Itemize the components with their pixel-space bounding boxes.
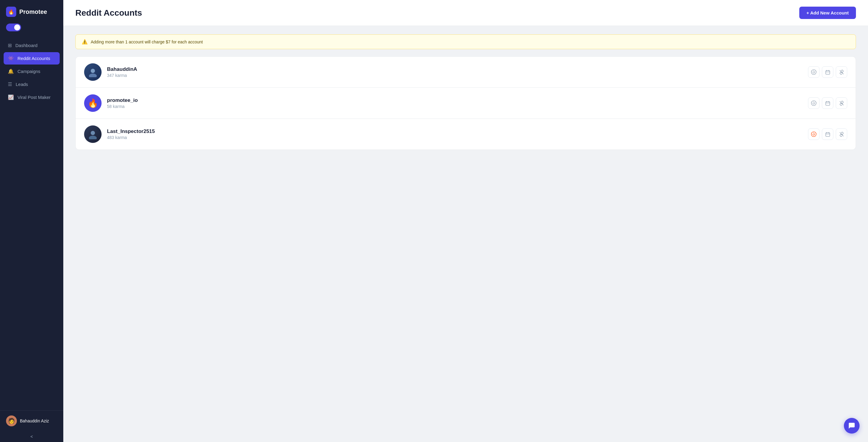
account-name: Last_Inspector2515 bbox=[107, 128, 803, 135]
svg-rect-6 bbox=[826, 70, 830, 74]
sidebar-item-viral-post-maker[interactable]: 📈 Viral Post Maker bbox=[4, 91, 60, 104]
account-avatar bbox=[84, 63, 101, 81]
user-name: Bahauddin Aziz bbox=[20, 418, 49, 423]
account-karma: 483 karma bbox=[107, 135, 803, 140]
campaigns-icon: 🔔 bbox=[8, 68, 14, 74]
table-row: BahauddinA 347 karma bbox=[76, 57, 856, 88]
main-header: Reddit Accounts + Add New Account bbox=[63, 0, 868, 26]
table-row: 🔥 promotee_io 58 karma bbox=[76, 88, 856, 119]
account-name: BahauddinA bbox=[107, 66, 803, 72]
svg-line-30 bbox=[840, 132, 843, 136]
account-actions bbox=[808, 128, 847, 140]
svg-point-21 bbox=[89, 136, 97, 139]
account-avatar bbox=[84, 125, 101, 143]
sidebar-logo: 🔥 Promotee bbox=[0, 0, 63, 22]
viral-post-icon: 📈 bbox=[8, 94, 14, 100]
warning-icon: ⚠️ bbox=[82, 39, 88, 45]
calendar-button[interactable] bbox=[822, 66, 833, 78]
svg-point-11 bbox=[811, 101, 816, 106]
toggle-wrap bbox=[0, 22, 63, 37]
chat-fab-button[interactable] bbox=[844, 418, 860, 434]
account-karma: 58 karma bbox=[107, 104, 803, 109]
unlink-button[interactable] bbox=[836, 66, 847, 78]
svg-rect-15 bbox=[826, 101, 830, 105]
sidebar-collapse-button[interactable]: < bbox=[0, 431, 63, 442]
reddit-link-button[interactable] bbox=[808, 97, 819, 109]
info-banner-message: Adding more than 1 account will charge $… bbox=[91, 39, 203, 44]
account-avatar: 🔥 bbox=[84, 94, 101, 112]
svg-point-12 bbox=[812, 103, 813, 104]
svg-line-10 bbox=[840, 70, 843, 74]
sidebar-item-label: Dashboard bbox=[16, 43, 37, 48]
svg-point-22 bbox=[811, 132, 816, 137]
reddit-icon: 👾 bbox=[8, 56, 14, 61]
content-area: ⚠️ Adding more than 1 account will charg… bbox=[63, 26, 868, 442]
account-info: Last_Inspector2515 483 karma bbox=[107, 128, 803, 140]
svg-point-1 bbox=[89, 73, 97, 77]
sidebar-item-reddit-accounts[interactable]: 👾 Reddit Accounts bbox=[4, 52, 60, 64]
account-info: promotee_io 58 karma bbox=[107, 97, 803, 109]
leads-icon: ☰ bbox=[8, 81, 12, 87]
account-actions bbox=[808, 97, 847, 109]
table-row: Last_Inspector2515 483 karma bbox=[76, 119, 856, 150]
add-new-account-button[interactable]: + Add New Account bbox=[799, 7, 856, 19]
sidebar-item-leads[interactable]: ☰ Leads bbox=[4, 78, 60, 90]
info-banner: ⚠️ Adding more than 1 account will charg… bbox=[75, 34, 856, 49]
sidebar-item-label: Viral Post Maker bbox=[18, 95, 51, 100]
sidebar-item-label: Campaigns bbox=[18, 69, 40, 74]
account-name: promotee_io bbox=[107, 97, 803, 104]
app-name: Promotee bbox=[19, 8, 47, 16]
toggle-knob bbox=[14, 24, 20, 30]
account-info: BahauddinA 347 karma bbox=[107, 66, 803, 78]
sidebar-item-campaigns[interactable]: 🔔 Campaigns bbox=[4, 65, 60, 78]
sidebar: 🔥 Promotee ⊞ Dashboard 👾 Reddit Accounts… bbox=[0, 0, 63, 442]
svg-point-23 bbox=[812, 134, 813, 135]
unlink-button[interactable] bbox=[836, 97, 847, 109]
theme-toggle[interactable] bbox=[6, 24, 21, 31]
svg-point-20 bbox=[91, 131, 95, 135]
svg-point-3 bbox=[812, 72, 813, 73]
accounts-list: BahauddinA 347 karma bbox=[75, 56, 856, 150]
account-karma: 347 karma bbox=[107, 73, 803, 78]
reddit-link-button[interactable] bbox=[808, 128, 819, 140]
unlink-button[interactable] bbox=[836, 128, 847, 140]
svg-line-19 bbox=[840, 101, 843, 105]
calendar-button[interactable] bbox=[822, 128, 833, 140]
sidebar-nav: ⊞ Dashboard 👾 Reddit Accounts 🔔 Campaign… bbox=[0, 37, 63, 410]
app-logo-icon: 🔥 bbox=[6, 7, 16, 17]
svg-rect-26 bbox=[826, 132, 830, 136]
reddit-link-button[interactable] bbox=[808, 66, 819, 78]
sidebar-item-label: Reddit Accounts bbox=[18, 56, 50, 61]
sidebar-item-label: Leads bbox=[16, 82, 28, 87]
main-content: Reddit Accounts + Add New Account ⚠️ Add… bbox=[63, 0, 868, 442]
account-actions bbox=[808, 66, 847, 78]
svg-point-2 bbox=[811, 70, 816, 75]
calendar-button[interactable] bbox=[822, 97, 833, 109]
page-title: Reddit Accounts bbox=[75, 8, 142, 18]
user-profile: 🧑 Bahauddin Aziz bbox=[6, 415, 57, 426]
svg-point-0 bbox=[91, 69, 95, 73]
user-avatar: 🧑 bbox=[6, 415, 17, 426]
sidebar-bottom: 🧑 Bahauddin Aziz bbox=[0, 410, 63, 431]
sidebar-item-dashboard[interactable]: ⊞ Dashboard bbox=[4, 39, 60, 52]
dashboard-icon: ⊞ bbox=[8, 42, 12, 48]
